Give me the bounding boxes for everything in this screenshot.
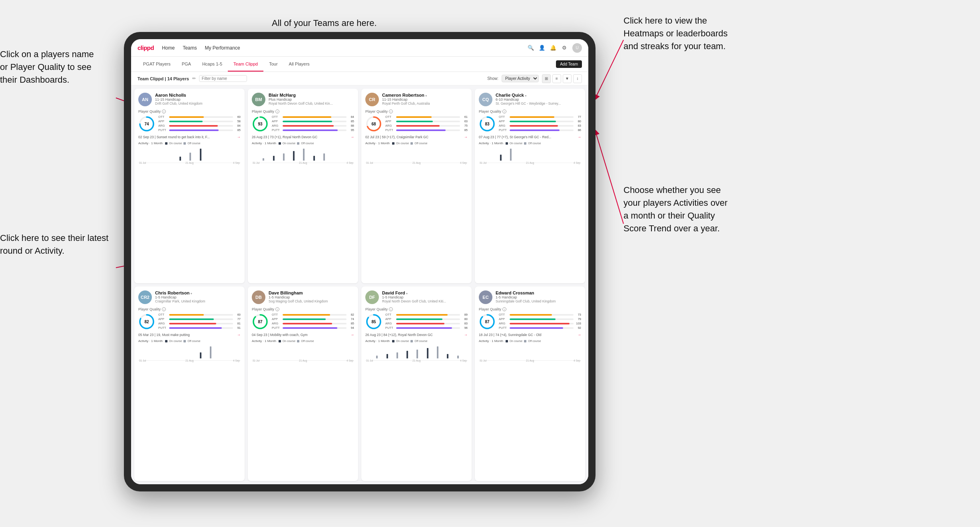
app-bar: [510, 121, 574, 122]
bell-icon[interactable]: 🔔: [550, 45, 556, 51]
player-card[interactable]: DF David Ford● 1-5 Handicap Royal North …: [361, 286, 472, 481]
arg-label: ARG: [385, 124, 395, 127]
player-name[interactable]: Edward Crossman: [496, 290, 581, 295]
info-icon[interactable]: i: [162, 109, 166, 113]
info-icon[interactable]: i: [389, 109, 393, 113]
quality-circle[interactable]: 93: [252, 115, 269, 132]
quality-circle[interactable]: 68: [365, 115, 382, 132]
player-card[interactable]: DB Dave Billingham 1-5 Handicap Sog Magi…: [248, 286, 358, 481]
latest-round[interactable]: 18 Jul 23 | 74 (+4), Sunningdale GC - Ol…: [479, 333, 581, 337]
latest-round[interactable]: 02 Sep 23 | Sunset round to get back int…: [138, 135, 241, 139]
app-label: APP: [499, 119, 508, 123]
player-card[interactable]: CR2 Chris Robertson● 1-5 Handicap Craigm…: [134, 286, 245, 481]
on-course-label: On course: [396, 340, 409, 342]
latest-round[interactable]: 07 Aug 23 | 77 (+7), St George's Hill GC…: [479, 135, 581, 139]
off-course-label: Off course: [301, 340, 314, 342]
player-avatar: AN: [138, 93, 152, 106]
quality-circle[interactable]: 74: [138, 115, 155, 132]
quality-circle[interactable]: 83: [479, 115, 496, 132]
tab-all-players[interactable]: All Players: [283, 57, 315, 72]
tab-hcaps[interactable]: Hcaps 1-5: [197, 57, 228, 72]
grid-view-button[interactable]: ⊞: [542, 74, 551, 83]
activity-header: Activity · 1 Month On course Off course: [365, 141, 468, 145]
latest-round-text: 02 Jul 23 | 59 (+17), Craigsimilar Park …: [365, 135, 462, 139]
info-icon[interactable]: i: [275, 109, 279, 113]
player-name[interactable]: David Ford●: [382, 290, 468, 295]
latest-round[interactable]: 04 Sep 23 | Mobility with coach, Gym →: [252, 333, 354, 337]
quality-circle[interactable]: 82: [138, 313, 155, 330]
app-row: APP 79: [499, 317, 581, 321]
filter-button[interactable]: ▼: [563, 74, 572, 83]
quality-circle[interactable]: 87: [479, 313, 496, 330]
arg-row: ARG 75: [385, 124, 468, 127]
svg-text:87: 87: [485, 320, 490, 324]
nav-home[interactable]: Home: [162, 45, 175, 51]
stat-bars: OTT 84 APP 85 ARG 88 PUTT 95: [272, 115, 354, 133]
quality-circle[interactable]: 85: [365, 313, 382, 330]
info-icon[interactable]: i: [275, 307, 279, 311]
player-name[interactable]: Dave Billingham: [269, 290, 354, 295]
player-avatar: DB: [252, 290, 265, 304]
latest-round[interactable]: 05 Mar 23 | 19, Must make putting →: [138, 333, 241, 337]
activity-title: Activity · 1 Month: [252, 339, 276, 343]
latest-round[interactable]: 26 Aug 23 | 84 (+12), Royal North Devon …: [365, 333, 468, 337]
player-name[interactable]: Charlie Quick●: [496, 93, 581, 97]
view-select[interactable]: Player Activity: [502, 75, 539, 82]
player-name[interactable]: Blair McHarg: [269, 93, 354, 97]
on-course-dot: [392, 340, 394, 342]
putt-bar: [169, 129, 233, 131]
user-avatar[interactable]: U: [572, 43, 582, 53]
edit-icon[interactable]: ✏: [192, 76, 196, 81]
arg-row: ARG 81: [158, 322, 241, 325]
quality-label: Player Quality i: [479, 109, 581, 113]
putt-row: PUTT 85: [158, 128, 241, 132]
quality-circle[interactable]: 87: [252, 313, 269, 330]
date-label-2: 21 Aug: [299, 161, 307, 164]
date-label-3: 4 Sep: [347, 161, 353, 164]
search-icon[interactable]: 🔍: [528, 45, 534, 51]
info-icon[interactable]: i: [502, 109, 506, 113]
player-card[interactable]: CR Cameron Robertson● 11-15 Handicap Roy…: [361, 89, 472, 283]
sort-button[interactable]: ↕: [573, 74, 582, 83]
tab-team-clippd[interactable]: Team Clippd: [228, 57, 263, 72]
app-value: 80: [575, 119, 581, 123]
player-name[interactable]: Cameron Robertson●: [382, 93, 468, 97]
off-course-dot: [297, 340, 299, 342]
add-team-button[interactable]: Add Team: [556, 60, 582, 68]
putt-bar: [396, 129, 460, 131]
activity-header: Activity · 1 Month On course Off course: [365, 339, 468, 343]
putt-bar: [396, 327, 460, 329]
search-input[interactable]: [199, 75, 247, 82]
arg-value: 75: [461, 124, 468, 127]
nav-logo[interactable]: clippd: [137, 44, 154, 51]
player-name[interactable]: Aaron Nicholls: [155, 93, 241, 97]
player-card[interactable]: EC Edward Crossman 1-5 Handicap Sunningd…: [475, 286, 585, 481]
putt-row: PUTT 92: [499, 326, 581, 330]
chart-dates: 31 Jul 21 Aug 4 Sep: [479, 358, 581, 362]
latest-round[interactable]: 02 Jul 23 | 59 (+17), Craigsimilar Park …: [365, 135, 468, 139]
quality-label: Player Quality i: [252, 109, 354, 113]
tab-pga[interactable]: PGA: [176, 57, 197, 72]
nav-teams[interactable]: Teams: [183, 45, 197, 51]
player-card[interactable]: AN Aaron Nicholls 11-15 Handicap Drift G…: [134, 89, 245, 283]
info-icon[interactable]: i: [502, 307, 506, 311]
latest-round[interactable]: 26 Aug 23 | 73 (+1), Royal North Devon G…: [252, 135, 354, 139]
player-card[interactable]: CQ Charlie Quick● 6-10 Handicap St. Geor…: [475, 89, 585, 283]
player-name[interactable]: Chris Robertson●: [155, 290, 241, 295]
player-card[interactable]: BM Blair McHarg Plus Handicap Royal Nort…: [248, 89, 358, 283]
tab-tour[interactable]: Tour: [263, 57, 283, 72]
player-handicap: Plus Handicap: [269, 97, 354, 101]
nav-my-performance[interactable]: My Performance: [205, 45, 240, 51]
info-icon[interactable]: i: [389, 307, 393, 311]
navbar: clippd Home Teams My Performance 🔍 👤 🔔 ⚙…: [131, 39, 588, 57]
list-view-button[interactable]: ≡: [552, 74, 561, 83]
date-label-2: 21 Aug: [412, 161, 420, 164]
quality-row: 82 OTT 60 APP 77 ARG 81: [138, 313, 241, 330]
date-label-3: 4 Sep: [460, 359, 467, 362]
tab-pgat-players[interactable]: PGAT Players: [137, 57, 176, 72]
player-club: Sunningdale Golf Club, United Kingdom: [496, 299, 581, 303]
user-icon[interactable]: 👤: [539, 45, 545, 51]
info-icon[interactable]: i: [162, 307, 166, 311]
svg-text:74: 74: [144, 122, 149, 126]
settings-icon[interactable]: ⚙: [561, 45, 568, 51]
